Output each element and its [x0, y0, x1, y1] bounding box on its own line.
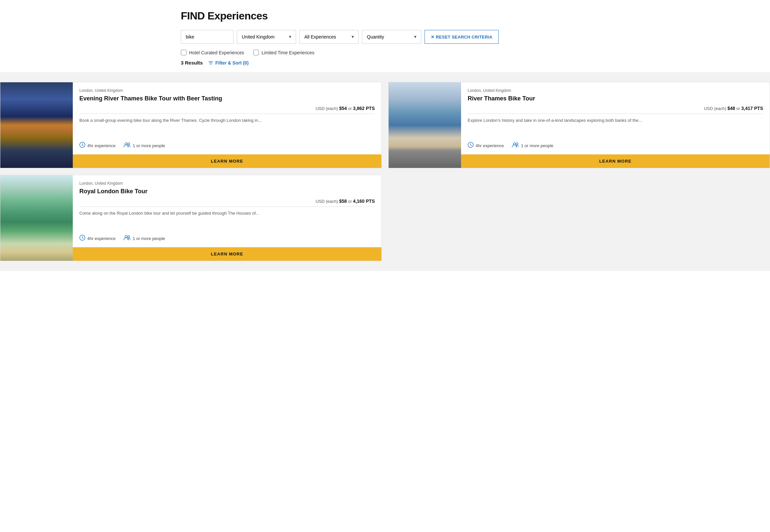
country-select-wrapper: United Kingdom United States France Germ…	[237, 30, 296, 44]
filter-sort-label: Filter & Sort (0)	[215, 60, 249, 66]
card-price-or-3: or	[348, 199, 353, 204]
results-grid-area: London, United Kingdom Evening River Tha…	[0, 72, 770, 271]
card-price-amount-1: $54	[339, 106, 347, 111]
card-1: London, United Kingdom Evening River Tha…	[0, 82, 382, 168]
card-description-2: Explore London's history and take in one…	[468, 117, 763, 137]
card-price-label-2: USD (each)	[704, 106, 728, 111]
svg-point-17	[128, 236, 130, 238]
hotel-curated-label: Hotel Curated Experiences	[189, 50, 244, 55]
card-people-text-3: 1 or more people	[133, 236, 165, 241]
card-3: London, United Kingdom Royal London Bike…	[0, 175, 382, 261]
svg-line-5	[82, 145, 83, 146]
experience-type-select[interactable]: All Experiences Hotel Curated Limited Ti…	[299, 30, 358, 44]
card-image-1	[0, 82, 73, 168]
card-pts-2: 3,417 PTS	[741, 106, 763, 111]
clock-icon-3	[79, 235, 85, 242]
card-meta-1: 4hr experience 1 or more people	[79, 142, 375, 149]
page-title: FIND Experiences	[181, 10, 589, 22]
results-count: 3 Results	[181, 60, 203, 66]
quantity-select[interactable]: Quantity 1 2 3 4+	[362, 30, 421, 44]
card-duration-3: 4hr experience	[79, 235, 116, 242]
card-price-3: USD (each) $58 or 4,160 PTS	[79, 199, 375, 204]
card-title-2: River Thames Bike Tour	[468, 95, 763, 102]
filter-sort-button[interactable]: Filter & Sort (0)	[208, 60, 249, 66]
card-meta-2: 4hr experience 1 or more people	[468, 142, 763, 149]
people-icon-3	[123, 235, 131, 242]
learn-more-button-1[interactable]: LEARN MORE	[73, 154, 381, 168]
card-pts-1: 3,862 PTS	[353, 106, 375, 111]
learn-more-button-3[interactable]: LEARN MORE	[73, 247, 381, 261]
limited-time-label: Limited Time Experiences	[261, 50, 314, 55]
card-divider-2	[468, 114, 763, 114]
hotel-curated-checkbox[interactable]	[181, 50, 186, 55]
svg-point-12	[516, 143, 518, 145]
card-people-text-1: 1 or more people	[133, 143, 165, 148]
quantity-select-wrapper: Quantity 1 2 3 4+ ▼	[362, 30, 421, 44]
card-description-3: Come along on the Royal London bike tour…	[79, 210, 375, 230]
svg-rect-2	[210, 64, 212, 65]
svg-line-10	[471, 145, 472, 146]
card-price-or-1: or	[348, 106, 353, 111]
card-title-3: Royal London Bike Tour	[79, 188, 375, 195]
card-price-label-1: USD (each)	[315, 106, 339, 111]
card-location-3: London, United Kingdom	[79, 181, 375, 186]
card-divider-1	[79, 114, 375, 114]
card-meta-3: 4hr experience 1 or more people	[79, 235, 375, 242]
hotel-curated-filter[interactable]: Hotel Curated Experiences	[181, 50, 244, 55]
people-icon-2	[512, 142, 519, 149]
card-price-amount-3: $58	[339, 199, 347, 204]
svg-rect-1	[209, 63, 212, 63]
card-duration-text-3: 4hr experience	[87, 236, 116, 241]
card-title-1: Evening River Thames Bike Tour with Beer…	[79, 95, 375, 102]
results-grid: London, United Kingdom Evening River Tha…	[0, 82, 770, 261]
card-2: London, United Kingdom River Thames Bike…	[388, 82, 770, 168]
card-location-2: London, United Kingdom	[468, 88, 763, 93]
clock-icon-1	[79, 142, 85, 149]
card-people-2: 1 or more people	[512, 142, 553, 149]
card-image-3	[0, 175, 73, 261]
learn-more-button-2[interactable]: LEARN MORE	[461, 154, 770, 168]
card-image-2	[389, 82, 461, 168]
limited-time-filter[interactable]: Limited Time Experiences	[253, 50, 314, 55]
filter-sort-icon	[208, 60, 213, 66]
card-people-3: 1 or more people	[123, 235, 165, 242]
card-price-label-3: USD (each)	[315, 199, 339, 204]
card-duration-1: 4hr experience	[79, 142, 116, 149]
card-description-1: Book a small-group evening bike tour alo…	[79, 117, 375, 137]
people-icon-1	[123, 142, 131, 149]
filters-row: Hotel Curated Experiences Limited Time E…	[181, 50, 589, 55]
card-price-2: USD (each) $48 or 3,417 PTS	[468, 106, 763, 111]
svg-line-15	[82, 238, 83, 239]
svg-point-7	[128, 143, 130, 145]
limited-time-checkbox[interactable]	[253, 50, 259, 55]
search-input[interactable]	[181, 30, 233, 44]
card-duration-text-2: 4hr experience	[476, 143, 504, 148]
clock-icon-2	[468, 142, 474, 149]
card-content-1: London, United Kingdom Evening River Tha…	[73, 82, 381, 168]
card-location-1: London, United Kingdom	[79, 88, 375, 93]
card-price-1: USD (each) $54 or 3,862 PTS	[79, 106, 375, 111]
card-divider-3	[79, 206, 375, 207]
card-content-3: London, United Kingdom Royal London Bike…	[73, 175, 381, 261]
experience-type-select-wrapper: All Experiences Hotel Curated Limited Ti…	[299, 30, 358, 44]
results-row: 3 Results Filter & Sort (0)	[181, 60, 589, 66]
card-pts-3: 4,160 PTS	[353, 199, 375, 204]
reset-search-button[interactable]: ✕ RESET SEARCH CRITERIA	[425, 30, 499, 44]
search-bar: United Kingdom United States France Germ…	[181, 30, 589, 44]
card-people-1: 1 or more people	[123, 142, 165, 149]
card-duration-text-1: 4hr experience	[87, 143, 116, 148]
card-price-amount-2: $48	[728, 106, 735, 111]
card-people-text-2: 1 or more people	[521, 143, 553, 148]
card-duration-2: 4hr experience	[468, 142, 504, 149]
card-price-or-2: or	[736, 106, 741, 111]
card-content-2: London, United Kingdom River Thames Bike…	[461, 82, 770, 168]
country-select[interactable]: United Kingdom United States France Germ…	[237, 30, 296, 44]
svg-rect-0	[208, 61, 213, 62]
